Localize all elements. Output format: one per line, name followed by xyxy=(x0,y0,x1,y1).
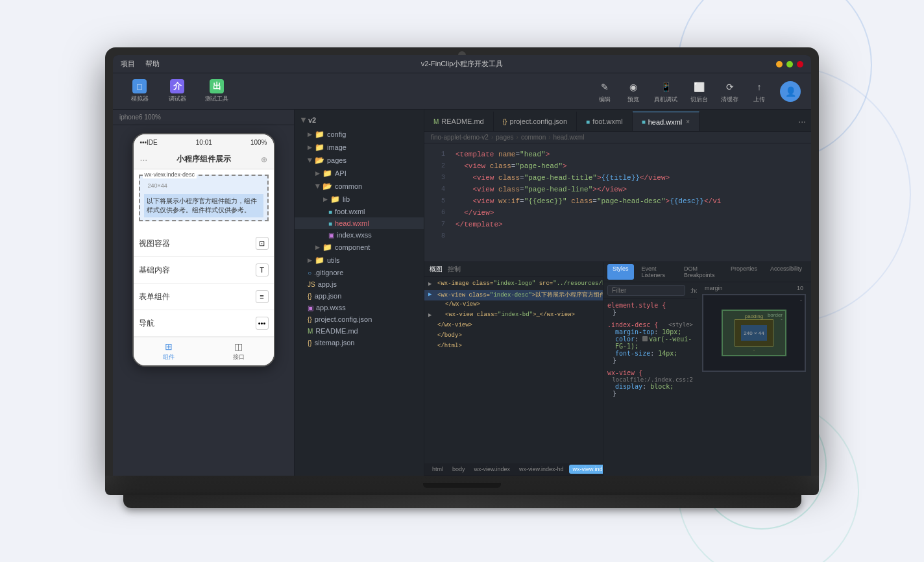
phone-section-2[interactable]: 表单组件 ≡ xyxy=(134,284,274,310)
breadcrumb-root: fino-applet-demo-v2 xyxy=(431,134,489,141)
tree-pages[interactable]: ▶ 📂 pages xyxy=(295,154,424,167)
utils-folder-icon: 📁 xyxy=(315,256,324,265)
styles-tab-event[interactable]: Event Listeners xyxy=(637,264,676,280)
laptop: 项目 帮助 v2-FinClip小程序开发工具 □ 模拟器 介 xyxy=(105,47,819,515)
app-title: v2-FinClip小程序开发工具 xyxy=(421,59,504,69)
debug-button[interactable]: 介 调试器 xyxy=(161,77,193,106)
tree-common[interactable]: ▶ 📂 common xyxy=(295,180,424,193)
toolbar-right: ✎ 编辑 ◉ 预览 📱 真机调试 ⬜ 切后台 xyxy=(597,79,801,104)
phone-title-bar: ··· 小程序组件展示 ⊕ xyxy=(134,150,274,169)
box-padding: 240 × 44 xyxy=(735,319,773,347)
tree-sitemap[interactable]: {} sitemap.json xyxy=(295,337,424,348)
style-rule-index-desc: .index-desc { <style> margin-top: 10px; xyxy=(607,321,693,364)
code-line-3: 3 <view class="page-head-title">{{title}… xyxy=(424,172,811,184)
styles-tab-styles[interactable]: Styles xyxy=(607,264,634,280)
test-button[interactable]: 出 测试工具 xyxy=(199,77,235,106)
styles-tab-accessibility[interactable]: Accessibility xyxy=(765,264,807,280)
html-tree[interactable]: ▶ <wx-image class="index-logo" src="../r… xyxy=(424,277,603,463)
action-preview[interactable]: ◉ 预览 xyxy=(626,79,641,104)
app-json-label: app.json xyxy=(315,292,342,300)
menu-item-project[interactable]: 项目 xyxy=(121,59,135,69)
elem-tab-wx-view-index-hd[interactable]: wx-view.index-hd xyxy=(515,465,568,474)
minimize-button[interactable] xyxy=(776,61,783,67)
action-clear-cache[interactable]: ⟳ 清缓存 xyxy=(721,79,738,104)
test-label: 测试工具 xyxy=(205,95,228,103)
phone-section-3[interactable]: 导航 ••• xyxy=(134,310,274,337)
tab-head-wxml[interactable]: ■ head.wxml × xyxy=(633,112,699,131)
action-edit[interactable]: ✎ 编辑 xyxy=(597,79,613,104)
maximize-button[interactable] xyxy=(786,61,793,67)
index-desc-selector: .index-desc { <style> xyxy=(607,321,693,328)
avatar[interactable]: 👤 xyxy=(780,81,801,102)
tab-head-label: head.wxml xyxy=(648,118,683,126)
tree-component[interactable]: ▶ 📁 component xyxy=(295,241,424,254)
real-debug-icon: 📱 xyxy=(658,79,674,95)
menu-item-help[interactable]: 帮助 xyxy=(145,59,160,69)
tab-foot-label: foot.wxml xyxy=(592,117,622,125)
gitignore-icon: ○ xyxy=(308,269,311,276)
tree-head-wxml[interactable]: ■ head.wxml xyxy=(295,217,424,229)
tree-api[interactable]: ▶ 📁 API xyxy=(295,167,424,180)
tree-utils[interactable]: ▶ 📁 utils xyxy=(295,254,424,267)
tree-lib[interactable]: ▶ 📁 lib xyxy=(295,193,424,206)
tree-app-json[interactable]: {} app.json xyxy=(295,290,424,302)
tab-more-button[interactable]: ··· xyxy=(793,112,811,131)
box-border: border - padding 240 × 44 xyxy=(722,310,786,356)
action-upload[interactable]: ↑ 上传 xyxy=(751,79,767,104)
phone-section-0[interactable]: 视图容器 ⊡ xyxy=(134,230,274,257)
control-tab[interactable]: 控制 xyxy=(448,265,461,274)
tree-gitignore[interactable]: ○ .gitignore xyxy=(295,267,424,278)
file-tree: ▶ v2 ▶ 📁 config ▶ 📁 image xyxy=(295,110,424,476)
tab-readme[interactable]: M README.md xyxy=(424,112,494,131)
debug-icon: 介 xyxy=(170,79,184,93)
elem-tab-body[interactable]: body xyxy=(448,465,469,474)
elem-tab-wx-view-index-desc[interactable]: wx-view.index-desc xyxy=(569,465,603,474)
phone-nav-interface[interactable]: ◫ 接口 xyxy=(204,337,274,365)
tree-image[interactable]: ▶ 📁 image xyxy=(295,141,424,154)
image-label: image xyxy=(327,143,346,151)
api-arrow: ▶ xyxy=(315,170,320,177)
elem-tab-wx-view-index[interactable]: wx-view.index xyxy=(470,465,515,474)
screen-frame: 项目 帮助 v2-FinClip小程序开发工具 □ 模拟器 介 xyxy=(105,47,819,476)
clear-cache-icon: ⟳ xyxy=(722,79,738,95)
phone-nav-component[interactable]: ⊞ 组件 xyxy=(134,337,204,365)
test-icon: 出 xyxy=(210,79,224,93)
edit-label: 编辑 xyxy=(599,95,611,104)
component-folder-icon: 📁 xyxy=(322,243,332,252)
edit-icon: ✎ xyxy=(597,79,613,95)
filter-input[interactable] xyxy=(607,285,685,296)
tree-foot-wxml[interactable]: ■ foot.wxml xyxy=(295,206,424,217)
border-dash: - xyxy=(781,316,783,322)
wx-view-brace: } xyxy=(607,390,693,397)
lib-arrow: ▶ xyxy=(323,196,328,202)
simulate-button[interactable]: □ 模拟器 xyxy=(123,77,156,106)
tab-close-icon[interactable]: × xyxy=(686,118,690,125)
overview-tab[interactable]: 概图 xyxy=(430,265,443,274)
tree-app-wxss[interactable]: ▣ app.wxss xyxy=(295,302,424,313)
phone-section-1[interactable]: 基础内容 T xyxy=(134,257,274,284)
highlight-box: wx-view.index-desc 240×44 以下将展示小程序官方组件能力… xyxy=(139,175,269,221)
tree-app-js[interactable]: JS app.js xyxy=(295,278,424,290)
tree-readme[interactable]: M README.md xyxy=(295,325,424,337)
preview-panel: iphone6 100% •••IDE 10:01 100% ··· xyxy=(113,110,295,476)
filter-hov[interactable]: :hov xyxy=(688,287,697,295)
styles-tab-properties[interactable]: Properties xyxy=(725,264,762,280)
tree-config[interactable]: ▶ 📁 config xyxy=(295,128,424,141)
tab-project-config[interactable]: {} project.config.json xyxy=(494,112,577,131)
phone-back-icon: ··· xyxy=(140,154,148,165)
laptop-hinge xyxy=(423,483,501,488)
html-line-0: ▶ <wx-image class="index-logo" src="../r… xyxy=(424,280,603,290)
api-folder-icon: 📁 xyxy=(322,169,332,178)
action-background[interactable]: ⬜ 切后台 xyxy=(690,79,708,104)
close-button[interactable] xyxy=(797,61,803,67)
tree-index-wxss[interactable]: ▣ index.wxss xyxy=(295,229,424,241)
code-editor[interactable]: 1 <template name="head"> 2 <view class="… xyxy=(424,143,811,262)
phone-battery: 100% xyxy=(250,139,267,146)
styles-tab-dom[interactable]: DOM Breakpoints xyxy=(679,264,723,280)
elem-tab-html[interactable]: html xyxy=(428,465,447,474)
action-real-debug[interactable]: 📱 真机调试 xyxy=(654,79,677,104)
utils-arrow: ▶ xyxy=(308,257,312,263)
box-padding-container: padding 240 × 44 - xyxy=(735,313,773,352)
tree-project-config[interactable]: {} project.config.json xyxy=(295,313,424,325)
tab-foot-wxml[interactable]: ■ foot.wxml xyxy=(577,112,633,131)
